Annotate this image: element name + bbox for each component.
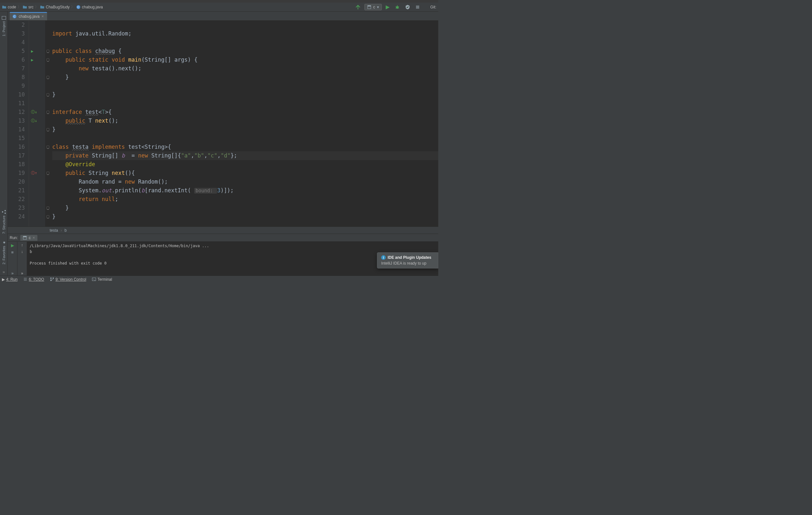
run-button[interactable]: ▶ [384,4,391,10]
notification-title: IDE and Plugin Updates [387,255,431,260]
svg-point-12 [4,213,6,214]
breadcrumb: code 〉 src 〉 ChaBugStudy 〉 C chabug.java [2,4,354,10]
svg-text:C: C [13,15,16,18]
has-implementations-icon[interactable]: Ⓘ↓ [31,108,37,116]
overrides-icon[interactable]: Ⓘ↑ [31,169,37,178]
code-area[interactable]: import java.util.Random; public class ch… [50,21,438,226]
run-config-name: c [373,5,375,9]
git-label: Git: [430,5,436,9]
svg-rect-3 [368,5,371,6]
stop-button[interactable] [414,5,421,9]
chevron-right-icon: › [61,228,62,233]
run-line-icon[interactable]: ▶ [31,55,33,64]
svg-rect-22 [92,278,96,281]
fold-toggle-icon[interactable] [47,50,49,53]
svg-rect-11 [2,16,6,19]
notification-popup[interactable]: i IDE and Plugin Updates IntelliJ IDEA i… [377,252,438,269]
up-stack-button[interactable]: ↑ [21,243,23,247]
editor-tab-chabug[interactable]: C chabug.java × [10,12,47,20]
chevron-right-icon: 〉 [18,4,21,10]
class-icon: C [76,5,81,9]
context-class[interactable]: testa [50,228,58,233]
run-toolbar-1: ▶ ■ » [8,242,18,276]
close-icon[interactable]: × [33,236,35,240]
mac-titlebar [0,0,438,3]
toolbar-right: c ▾ ▶ Git: [354,4,436,10]
editor-body[interactable]: 234 567 8910 111213 141516 171819 202122… [8,21,438,226]
more-button[interactable]: » [21,271,23,276]
fold-toggle-icon[interactable] [47,111,49,114]
has-implementations-icon[interactable]: Ⓘ↓ [31,116,37,125]
run-console[interactable]: /Library/Java/JavaVirtualMachines/jdk1.8… [27,242,438,276]
tool-tab-structure[interactable]: 7: Structure [1,207,7,237]
tool-tab-vcs[interactable]: 9: Version Control [50,277,86,282]
svg-line-6 [396,6,396,7]
run-tab[interactable]: c × [20,235,37,241]
svg-point-13 [4,210,6,211]
svg-rect-18 [23,236,26,237]
breadcrumb-item-file[interactable]: C chabug.java [76,5,103,9]
breadcrumb-item-root[interactable]: code [2,5,16,9]
left-toolwindow-strip: 1: Project 7: Structure 2: Favorites ★ » [0,11,8,276]
breadcrumb-label: ChaBugStudy [46,5,70,9]
tool-tab-favorites[interactable]: 2: Favorites ★ [1,238,6,267]
folder-icon [40,5,45,9]
branch-icon [50,277,54,281]
breadcrumb-label: code [8,5,16,9]
fold-toggle-icon[interactable] [47,93,49,96]
editor-context-breadcrumb: testa › b [8,226,438,234]
class-icon: C [12,14,17,19]
marker-gutter: ▶ ▶ Ⓘ↓ Ⓘ↓ Ⓘ↑ [29,21,45,226]
application-icon [23,236,27,240]
editor-tab-label: chabug.java [19,14,40,19]
run-header: Run: c × [8,234,438,242]
context-field[interactable]: b [64,228,67,233]
editor-tabs: C chabug.java × [8,11,438,21]
run-config-selector[interactable]: c ▾ [365,4,382,10]
debug-button[interactable] [394,4,401,10]
star-icon: ★ [2,240,6,245]
fold-gutter [45,21,50,226]
breadcrumb-label: src [28,5,33,9]
folder-icon [23,5,27,9]
svg-line-7 [398,6,399,7]
svg-text:C: C [78,5,80,9]
tool-tab-project[interactable]: 1: Project [1,13,7,39]
status-bar: ▶ 4: Run 6: TODO 9: Version Control Term… [0,276,438,283]
collapse-strip-button[interactable]: » [1,268,6,276]
breadcrumb-item-pkg[interactable]: ChaBugStudy [40,5,70,9]
tool-tab-run[interactable]: ▶ 4: Run [2,277,18,282]
run-tool-window: Run: c × ▶ ■ » ↑ ↓ » /Library/Java/JavaV… [8,234,438,276]
tool-tab-todo[interactable]: 6: TODO [23,277,44,282]
svg-point-14 [2,211,3,213]
chevron-down-icon: ▾ [377,5,379,9]
svg-line-8 [396,8,396,8]
notification-body: IntelliJ IDEA is ready to up [381,261,434,266]
fold-toggle-icon[interactable] [47,76,49,79]
run-with-coverage-button[interactable] [404,4,411,10]
build-button[interactable] [354,4,362,10]
stop-button[interactable]: ■ [11,250,14,254]
more-button[interactable]: » [11,271,13,276]
rerun-button[interactable]: ▶ [11,243,14,248]
svg-line-9 [398,8,399,8]
run-title: Run: [10,236,18,240]
fold-toggle-icon[interactable] [47,145,49,148]
svg-point-19 [50,277,52,279]
fold-toggle-icon[interactable] [47,58,49,61]
svg-point-21 [50,280,52,281]
fold-toggle-icon[interactable] [47,215,49,218]
close-icon[interactable]: × [41,14,44,19]
editor-region: C chabug.java × 234 567 8910 111213 1415… [8,11,438,234]
chevron-right-icon: 〉 [35,4,39,10]
fold-toggle-icon[interactable] [47,172,49,174]
fold-toggle-icon[interactable] [47,207,49,210]
breadcrumb-label: chabug.java [82,5,103,9]
fold-toggle-icon[interactable] [47,128,49,131]
project-icon [2,16,6,20]
folder-icon [2,5,6,9]
tool-tab-terminal[interactable]: Terminal [92,277,112,282]
down-stack-button[interactable]: ↓ [21,249,23,254]
breadcrumb-item-src[interactable]: src [23,5,33,9]
run-line-icon[interactable]: ▶ [31,47,33,55]
